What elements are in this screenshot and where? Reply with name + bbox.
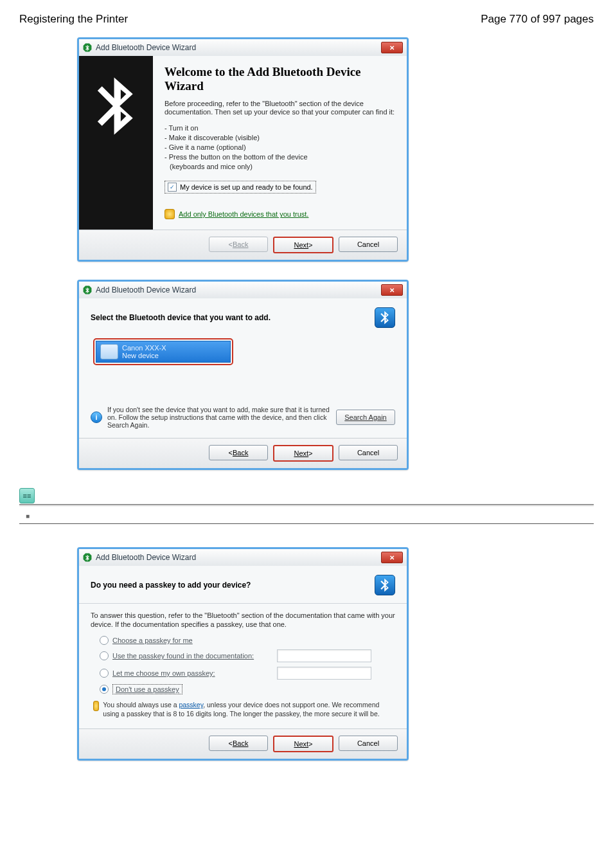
- bluetooth-icon: [83, 43, 92, 52]
- bluetooth-icon: [83, 553, 92, 562]
- radio-no-passkey[interactable]: Don't use a passkey: [100, 684, 395, 694]
- note-icon: ≡≡: [19, 488, 35, 503]
- cancel-button[interactable]: Cancel: [339, 445, 398, 460]
- radio-icon: [100, 636, 109, 645]
- device-ready-checkbox-row[interactable]: ✓ My device is set up and ready to be fo…: [164, 181, 316, 194]
- bluetooth-icon: [83, 285, 92, 294]
- back-button[interactable]: < Back: [209, 445, 268, 460]
- intro-text: Before proceeding, refer to the "Bluetoo…: [164, 100, 395, 118]
- step-heading: Select the Bluetooth device that you wan…: [91, 313, 271, 322]
- search-again-button[interactable]: Search Again: [336, 410, 395, 425]
- dialog-title: Add Bluetooth Device Wizard: [96, 553, 196, 562]
- shield-icon: [164, 209, 175, 219]
- own-passkey-input[interactable]: [277, 667, 371, 680]
- bluetooth-badge-icon: [375, 307, 395, 328]
- radio-own-passkey[interactable]: Let me choose my own passkey:: [100, 667, 395, 680]
- device-item-selected[interactable]: Canon XXX-X New device: [93, 338, 233, 365]
- device-name: Canon XXX-X: [122, 344, 166, 352]
- info-icon: i: [91, 411, 102, 423]
- radio-use-doc-passkey[interactable]: Use the passkey found in the documentati…: [100, 649, 395, 662]
- passkey-intro: To answer this question, refer to the "B…: [91, 611, 395, 629]
- note-section: ≡≡ ■: [19, 488, 594, 524]
- printer-icon: [100, 344, 118, 359]
- checkbox-icon: ✓: [168, 183, 177, 192]
- passkey-warning: You should always use a passkey, unless …: [103, 701, 393, 718]
- back-button: < Back: [209, 237, 268, 252]
- next-button[interactable]: Next >: [273, 237, 333, 253]
- radio-icon: [100, 651, 109, 660]
- back-button[interactable]: < Back: [209, 736, 268, 751]
- cancel-button[interactable]: Cancel: [339, 237, 398, 252]
- passkey-link[interactable]: passkey: [179, 701, 203, 709]
- page-title: Registering the Printer: [19, 13, 128, 26]
- cancel-button[interactable]: Cancel: [339, 736, 398, 751]
- instruction-list: - Turn it on - Make it discoverable (vis…: [164, 123, 395, 171]
- wizard-step3-dialog: Add Bluetooth Device Wizard ✕ Do you nee…: [77, 547, 409, 761]
- hero-graphic: [79, 56, 153, 230]
- step-heading: Do you need a passkey to add your device…: [91, 581, 251, 590]
- radio-choose-passkey[interactable]: Choose a passkey for me: [100, 636, 395, 645]
- doc-passkey-input[interactable]: [277, 649, 371, 662]
- radio-icon: [100, 669, 109, 678]
- wizard-heading: Welcome to the Add Bluetooth Device Wiza…: [164, 65, 395, 93]
- next-button[interactable]: Next >: [273, 445, 333, 462]
- bluetooth-badge-icon: [375, 575, 395, 595]
- note-bullet: ■: [26, 512, 594, 520]
- close-icon[interactable]: ✕: [381, 284, 403, 296]
- wizard-step1-dialog: Add Bluetooth Device Wizard ✕ Welcome to…: [77, 37, 409, 262]
- trust-link[interactable]: Add only Bluetooth devices that you trus…: [164, 209, 395, 219]
- device-status: New device: [122, 352, 166, 359]
- next-button[interactable]: Next >: [273, 736, 333, 752]
- close-icon[interactable]: ✕: [381, 552, 403, 563]
- shield-icon: [93, 701, 99, 711]
- close-icon[interactable]: ✕: [381, 42, 403, 53]
- dialog-title: Add Bluetooth Device Wizard: [96, 285, 196, 294]
- dialog-title: Add Bluetooth Device Wizard: [96, 43, 196, 52]
- wizard-step2-dialog: Add Bluetooth Device Wizard ✕ Select the…: [77, 280, 409, 470]
- info-text: If you don't see the device that you wan…: [107, 406, 331, 429]
- page-indicator: Page 770 of 997 pages: [481, 13, 594, 26]
- radio-icon: [100, 685, 109, 694]
